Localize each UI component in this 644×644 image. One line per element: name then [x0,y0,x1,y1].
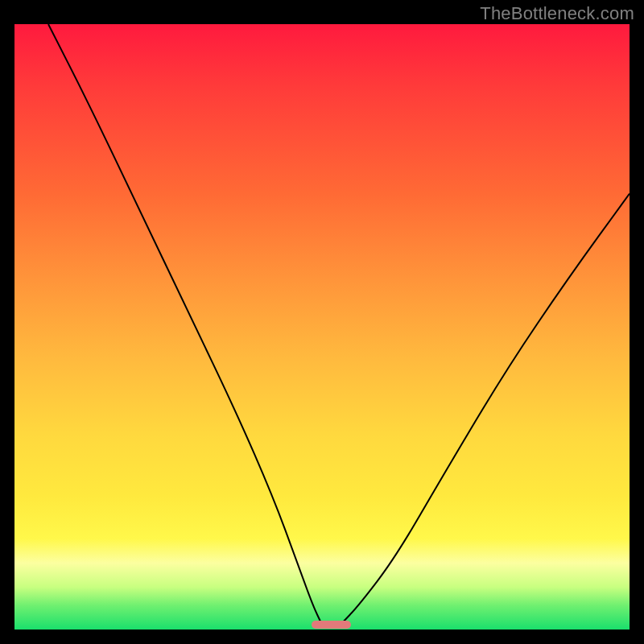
chart-frame: TheBottleneck.com [0,0,644,644]
bottleneck-marker [312,621,352,629]
plot-area [14,24,630,630]
curve-right-path [341,194,630,625]
curve-left-path [48,24,322,625]
watermark-text: TheBottleneck.com [480,3,634,24]
curve-svg [14,24,630,630]
